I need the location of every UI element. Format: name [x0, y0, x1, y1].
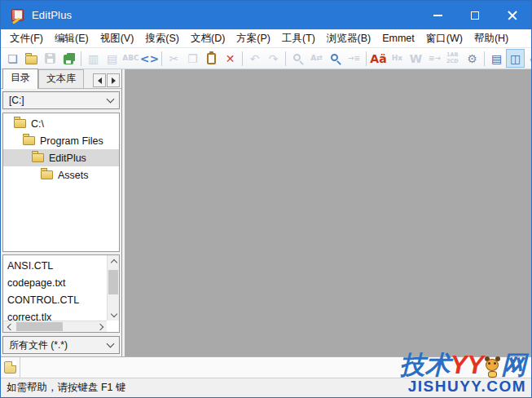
- drive-select-value: [C:]: [9, 95, 108, 106]
- status-bar: 如需帮助，请按键盘 F1 键: [1, 378, 531, 397]
- menu-item[interactable]: 工具(T): [276, 30, 321, 47]
- new-document-button[interactable]: ❏: [3, 49, 22, 68]
- folder-icon: [23, 136, 35, 145]
- copy-button: ❐: [183, 49, 202, 68]
- word-wrap-button: W: [407, 49, 425, 68]
- redo-button: ↷: [264, 49, 283, 68]
- file-filter-select[interactable]: 所有文件 (*.*): [2, 336, 120, 354]
- drive-select[interactable]: [C:]: [2, 91, 120, 109]
- tab-directory[interactable]: 目录: [2, 69, 38, 89]
- document-list-button[interactable]: ▤: [487, 49, 506, 68]
- find-in-files-icon: [331, 54, 338, 61]
- directory-window-icon: ◫: [510, 53, 521, 64]
- chevron-down-icon: [107, 95, 115, 103]
- horizontal-scrollbar-thumb[interactable]: [16, 322, 63, 331]
- folder-icon: [41, 170, 53, 179]
- save-all-button[interactable]: [59, 49, 78, 68]
- menu-item[interactable]: 方案(P): [231, 30, 276, 47]
- chevron-up-icon: [110, 259, 117, 265]
- file-list-item[interactable]: correct.tlx: [3, 308, 107, 321]
- maximize-button[interactable]: [456, 1, 494, 29]
- cut-icon: ✂: [169, 53, 179, 64]
- chevron-left-icon: [7, 324, 13, 330]
- minimize-button[interactable]: [419, 1, 456, 29]
- chevron-down-icon: [110, 310, 117, 316]
- delete-button[interactable]: ✕: [221, 49, 240, 68]
- file-list-item[interactable]: ANSI.CTL: [3, 257, 107, 274]
- menu-item[interactable]: 浏览器(B): [321, 30, 376, 47]
- document-list-icon: ▤: [491, 53, 502, 64]
- goto-line-button: →≡: [345, 49, 363, 68]
- preferences-button[interactable]: ⚙: [463, 49, 481, 68]
- directory-tree: C:\Program FilesEditPlusAssets: [2, 113, 120, 252]
- tab-scroll-left-button[interactable]: [93, 73, 106, 87]
- chevron-down-icon: [107, 339, 115, 347]
- menu-item[interactable]: 视图(V): [95, 30, 140, 47]
- user-tool-button[interactable]: ✐: [525, 49, 532, 68]
- find-in-files-button[interactable]: [326, 49, 345, 68]
- tree-item[interactable]: Program Files: [3, 132, 119, 149]
- tree-item-label: Program Files: [40, 135, 103, 147]
- spell-check-icon: ABC: [122, 55, 138, 62]
- editplus-window: EditPlus 文件(F)编辑(E)视图(V)搜索(S)文档(D)方案(P)工…: [0, 0, 532, 398]
- scroll-up-button[interactable]: [108, 255, 120, 267]
- spell-check-button: ABC: [121, 49, 140, 68]
- minimize-icon: [433, 15, 442, 16]
- vertical-scrollbar[interactable]: [107, 255, 119, 321]
- menu-item[interactable]: 编辑(E): [49, 30, 95, 47]
- scroll-right-button[interactable]: [95, 321, 107, 333]
- arrow-left-icon: [98, 77, 102, 84]
- hex-view-icon: Hx: [392, 55, 402, 62]
- replace-icon: A⇄: [310, 55, 323, 62]
- print-button: ▤: [103, 49, 121, 68]
- text-case-button[interactable]: Aä: [369, 49, 388, 68]
- scroll-down-button[interactable]: [108, 309, 120, 321]
- vertical-scrollbar-thumb[interactable]: [108, 270, 118, 294]
- file-filter-value: 所有文件 (*.*): [9, 338, 108, 352]
- close-icon: [508, 11, 517, 20]
- app-icon: [11, 8, 25, 23]
- tab-cliptext[interactable]: 文本库: [38, 69, 84, 88]
- menu-item[interactable]: 文件(F): [4, 30, 49, 47]
- open-folder-button[interactable]: [22, 49, 41, 68]
- scroll-left-button[interactable]: [3, 321, 15, 333]
- close-button[interactable]: [494, 1, 531, 29]
- tree-item[interactable]: EditPlus: [3, 149, 119, 166]
- document-note-icon: [4, 361, 16, 374]
- replace-button: A⇄: [307, 49, 326, 68]
- tab-scroll-arrows: [92, 73, 120, 87]
- cut-button: ✂: [165, 49, 183, 68]
- toolbar-separator: [484, 51, 485, 66]
- print-preview-icon: ▥: [88, 53, 99, 64]
- sort-button: 1AB 2CD: [444, 49, 463, 68]
- file-list-panel: ANSI.CTLcodepage.txtCONTROL.CTLcorrect.t…: [2, 254, 120, 333]
- tree-item[interactable]: Assets: [3, 166, 119, 184]
- file-list: ANSI.CTLcodepage.txtCONTROL.CTLcorrect.t…: [3, 255, 107, 321]
- menu-item[interactable]: Emmet: [376, 31, 420, 46]
- paste-icon: [207, 53, 216, 64]
- menu-item[interactable]: 帮助(H): [468, 30, 514, 47]
- window-controls: [419, 1, 531, 29]
- hex-view-button: Hx: [388, 49, 407, 68]
- user-tool-icon: ✐: [530, 53, 532, 64]
- document-selector[interactable]: [1, 357, 20, 378]
- directory-window-button[interactable]: ◫: [506, 49, 525, 68]
- html-tags-button[interactable]: <>: [140, 49, 159, 68]
- file-list-item[interactable]: CONTROL.CTL: [3, 291, 107, 308]
- menu-item[interactable]: 搜索(S): [139, 30, 185, 47]
- chevron-right-icon: [96, 324, 103, 330]
- folder-icon: [32, 153, 44, 162]
- maximize-icon: [471, 11, 479, 20]
- tab-scroll-right-button[interactable]: [107, 73, 120, 87]
- file-list-item[interactable]: codepage.txt: [3, 274, 107, 291]
- text-case-icon: Aä: [370, 53, 386, 64]
- menu-item[interactable]: 文档(D): [185, 30, 231, 47]
- horizontal-scrollbar[interactable]: [3, 321, 107, 332]
- menu-item[interactable]: 窗口(W): [420, 30, 468, 47]
- html-tags-icon: <>: [140, 53, 159, 64]
- tree-item[interactable]: C:\: [3, 115, 119, 132]
- goto-line-icon: →≡: [348, 55, 360, 62]
- redo-icon: ↷: [269, 53, 279, 64]
- paste-button[interactable]: [202, 49, 221, 68]
- find-icon: [293, 54, 301, 61]
